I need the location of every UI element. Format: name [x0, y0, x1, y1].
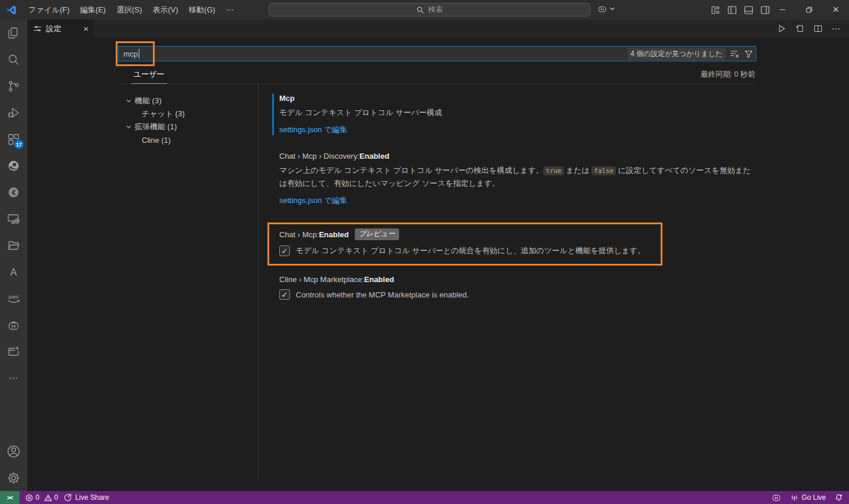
menu-view[interactable]: 表示(V): [148, 2, 184, 17]
status-bar: >< 0 0 Live Share Go Live: [0, 491, 849, 504]
settings-editor: 4 個の設定が見つかりました ユーザー 最終同期: 0 秒前 機能 (3) チャ…: [27, 38, 849, 491]
close-button[interactable]: ×: [822, 0, 849, 19]
edit-in-settings-json-link[interactable]: settings.json で編集: [279, 125, 347, 135]
annotation-box-chat-mcp: Chat › Mcp: Enabledプレビュー ✓ モデル コンテキスト プロ…: [267, 222, 662, 266]
activity-bar: 17 A aws ⋯: [0, 19, 27, 491]
notifications-bell-icon[interactable]: [834, 493, 843, 502]
chevron-down-icon: [609, 6, 615, 12]
open-settings-json-icon[interactable]: [795, 24, 805, 34]
circular-extension-icon[interactable]: [0, 179, 27, 205]
broadcast-icon: [790, 493, 799, 502]
go-live-button[interactable]: Go Live: [790, 493, 826, 502]
setting-title: Chat › Mcp: Enabledプレビュー: [279, 228, 645, 240]
live-share-icon: [64, 493, 72, 502]
azure-letter: A: [10, 266, 17, 277]
setting-description: マシン上のモデル コンテキスト プロトコル サーバーの検出を構成します。true…: [279, 164, 755, 189]
menu-go[interactable]: 移動(G): [184, 2, 221, 17]
vscode-logo-icon: [5, 4, 17, 16]
checkbox-label: Controls whether the MCP Marketplace is …: [296, 290, 469, 299]
search-icon: [416, 6, 424, 14]
checkbox-label: モデル コンテキスト プロトコル サーバーとの統合を有効にし、追加のツールと機能…: [296, 246, 645, 256]
extensions-icon[interactable]: 17: [0, 126, 27, 152]
checkbox-checked[interactable]: ✓: [279, 246, 290, 256]
error-count: 0: [35, 493, 40, 502]
editor-actions: ⋯: [776, 19, 849, 38]
project-manager-icon[interactable]: [0, 232, 27, 258]
azure-icon[interactable]: A: [0, 258, 27, 285]
menu-edit[interactable]: 編集(E): [75, 2, 111, 17]
settings-toc: 機能 (3) チャット (3) 拡張機能 (1) Cline (1): [118, 84, 258, 479]
settings-sliders-icon: [33, 24, 42, 33]
code-true: true: [543, 166, 564, 175]
results-count-label: 4 個の設定が見つかりました: [628, 48, 726, 60]
live-share-button[interactable]: Live Share: [64, 493, 109, 502]
setting-description: モデル コンテキスト プロトコル サーバー構成: [279, 106, 755, 119]
setting-title: Mcp: [279, 94, 756, 103]
command-center-search[interactable]: 検索: [269, 3, 590, 17]
toc-item-extensions[interactable]: 拡張機能 (1): [118, 120, 258, 133]
toc-item-cline[interactable]: Cline (1): [118, 133, 258, 146]
setting-title: Cline › Mcp Marketplace: Enabled: [279, 275, 756, 284]
additional-views-icon[interactable]: ⋯: [0, 365, 27, 391]
toggle-panel-icon[interactable]: [743, 5, 754, 15]
aws-label: aws: [8, 293, 19, 300]
menu-selection[interactable]: 選択(S): [111, 2, 147, 17]
toc-item-features[interactable]: 機能 (3): [118, 94, 258, 107]
source-control-icon[interactable]: [0, 73, 27, 99]
minimize-button[interactable]: [769, 0, 796, 19]
copilot-icon: [596, 3, 608, 15]
restore-button[interactable]: [796, 0, 822, 19]
setting-item-cline-mcp-marketplace[interactable]: Cline › Mcp Marketplace: Enabled ✓ Contr…: [272, 275, 756, 300]
settings-scope-row: ユーザー 最終同期: 0 秒前: [118, 67, 756, 84]
tab-label: 設定: [46, 24, 61, 34]
customize-layout-icon[interactable]: [710, 5, 721, 15]
run-debug-icon[interactable]: [0, 99, 27, 126]
extensions-badge: 17: [14, 140, 24, 149]
warning-count: 0: [54, 493, 58, 502]
accounts-icon[interactable]: [0, 438, 27, 464]
chevron-down-icon: [125, 97, 132, 104]
copilot-status-icon[interactable]: [771, 493, 782, 502]
menu-bar: ファイル(F) 編集(E) 選択(S) 表示(V) 移動(G) ⋯: [23, 2, 239, 17]
menu-file[interactable]: ファイル(F): [23, 2, 75, 17]
checkbox-checked[interactable]: ✓: [279, 289, 290, 300]
menu-overflow[interactable]: ⋯: [221, 2, 239, 17]
scope-tab-user[interactable]: ユーザー: [131, 67, 167, 84]
window-sparkle-icon[interactable]: [0, 338, 27, 365]
split-editor-icon[interactable]: [813, 24, 823, 34]
remote-indicator[interactable]: ><: [0, 491, 19, 504]
toc-item-chat[interactable]: チャット (3): [118, 107, 258, 120]
warning-icon: [44, 494, 52, 502]
text-cursor: [139, 49, 139, 58]
settings-search-row: 4 個の設定が見つかりました: [118, 46, 756, 61]
robot-assistant-icon[interactable]: [0, 312, 27, 338]
run-icon[interactable]: [776, 24, 786, 34]
title-bar: ファイル(F) 編集(E) 選択(S) 表示(V) 移動(G) ⋯ ← → 検索…: [0, 0, 849, 19]
last-sync-label: 最終同期: 0 秒前: [701, 70, 755, 84]
copilot-menu[interactable]: [596, 3, 615, 15]
editor-tab-bar: 設定 × ⋯: [27, 19, 849, 38]
command-center-placeholder: 検索: [428, 5, 443, 15]
setting-item-chat-mcp-discovery[interactable]: Chat › Mcp › Discovery: Enabled マシン上のモデル…: [272, 152, 756, 206]
chevron-down-icon: [125, 123, 132, 130]
more-actions-icon[interactable]: ⋯: [831, 24, 841, 34]
toggle-primary-sidebar-icon[interactable]: [727, 5, 737, 15]
filter-icon[interactable]: [744, 49, 753, 58]
layout-controls: [710, 0, 770, 19]
problems-indicator[interactable]: 0 0: [25, 493, 58, 502]
setting-item-chat-mcp-enabled[interactable]: Chat › Mcp: Enabledプレビュー ✓ モデル コンテキスト プロ…: [272, 228, 645, 256]
aws-icon[interactable]: aws: [0, 285, 27, 312]
setting-title: Chat › Mcp › Discovery: Enabled: [279, 152, 756, 161]
settings-gear-icon[interactable]: [0, 464, 27, 491]
search-icon[interactable]: [0, 46, 27, 73]
preview-badge: プレビュー: [355, 228, 399, 240]
window-controls: ×: [769, 0, 849, 19]
clear-filters-icon[interactable]: [730, 49, 740, 59]
edge-browser-icon[interactable]: [0, 152, 27, 179]
setting-item-mcp[interactable]: Mcp モデル コンテキスト プロトコル サーバー構成 settings.jso…: [272, 94, 756, 135]
tab-settings[interactable]: 設定 ×: [27, 19, 93, 38]
explorer-icon[interactable]: [0, 19, 27, 46]
remote-explorer-icon[interactable]: [0, 205, 27, 232]
edit-in-settings-json-link[interactable]: settings.json で編集: [279, 195, 347, 206]
tab-close-icon[interactable]: ×: [83, 24, 89, 33]
